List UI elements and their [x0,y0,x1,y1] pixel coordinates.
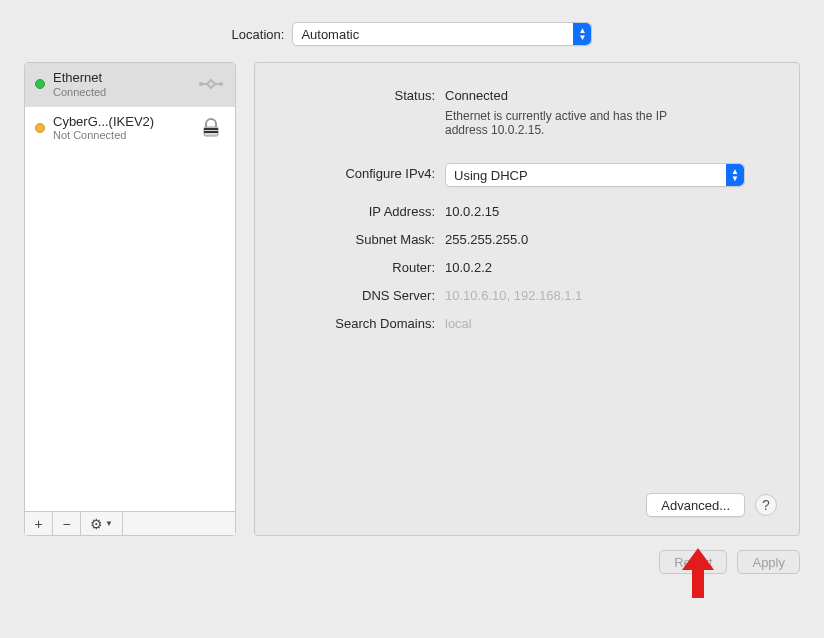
ethernet-icon [197,73,225,95]
location-value: Automatic [301,27,359,42]
status-description: Ethernet is currently active and has the… [445,109,705,137]
remove-interface-button[interactable]: − [53,512,81,535]
main-panel: Status: Connected Ethernet is currently … [254,62,800,536]
gear-icon: ⚙︎ [90,516,103,532]
interface-status: Connected [53,86,189,99]
subnet-mask-value: 255.255.255.0 [445,229,777,247]
status-dot-icon [35,123,45,133]
interfaces-sidebar: Ethernet Connected CyberG...(IKEV2) [24,62,236,536]
ip-address-value: 10.0.2.15 [445,201,777,219]
router-value: 10.0.2.2 [445,257,777,275]
help-button[interactable]: ? [755,494,777,516]
interface-actions-menu[interactable]: ⚙︎ ▼ [81,512,123,535]
dropdown-arrows-icon: ▲▼ [573,23,591,45]
sidebar-item-vpn[interactable]: CyberG...(IKEV2) Not Connected [25,107,235,151]
footer-buttons: Revert Apply [0,536,824,574]
status-value: Connected [445,88,508,103]
location-dropdown[interactable]: Automatic ▲▼ [292,22,592,46]
interface-name: CyberG...(IKEV2) [53,114,189,130]
lock-icon [197,117,225,139]
apply-button[interactable]: Apply [737,550,800,574]
add-interface-button[interactable]: + [25,512,53,535]
status-label: Status: [277,85,445,103]
svg-point-0 [199,82,203,86]
subnet-mask-label: Subnet Mask: [277,229,445,247]
configure-ipv4-dropdown[interactable]: Using DHCP ▲▼ [445,163,745,187]
dns-server-value[interactable]: 10.10.6.10, 192.168.1.1 [445,285,777,303]
configure-ipv4-value: Using DHCP [454,168,528,183]
dropdown-arrows-icon: ▲▼ [726,164,744,186]
svg-point-1 [219,82,223,86]
search-domains-value[interactable]: local [445,313,777,331]
location-row: Location: Automatic ▲▼ [0,0,824,62]
interface-name: Ethernet [53,70,189,86]
search-domains-label: Search Domains: [277,313,445,331]
status-dot-icon [35,79,45,89]
chevron-down-icon: ▼ [105,519,113,528]
configure-ipv4-label: Configure IPv4: [277,163,445,181]
advanced-button[interactable]: Advanced... [646,493,745,517]
interface-status: Not Connected [53,129,189,142]
dns-server-label: DNS Server: [277,285,445,303]
revert-button[interactable]: Revert [659,550,727,574]
location-label: Location: [232,27,285,42]
sidebar-toolbar: + − ⚙︎ ▼ [25,511,235,535]
sidebar-item-ethernet[interactable]: Ethernet Connected [25,63,235,107]
interfaces-list: Ethernet Connected CyberG...(IKEV2) [25,63,235,511]
router-label: Router: [277,257,445,275]
ip-address-label: IP Address: [277,201,445,219]
